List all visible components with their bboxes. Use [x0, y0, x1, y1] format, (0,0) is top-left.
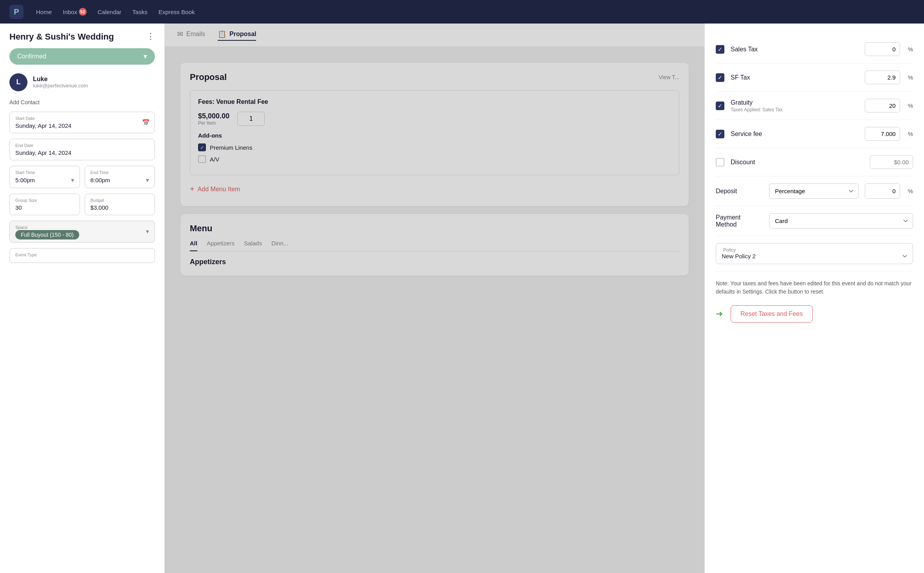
service-fee-pct: %: [908, 131, 913, 137]
sales-tax-input[interactable]: [865, 42, 900, 56]
deposit-row: Deposit Percentage Fixed Amount %: [716, 176, 913, 206]
fees-amount: $5,000.00: [198, 112, 229, 120]
sales-tax-label: Sales Tax: [731, 46, 859, 53]
inbox-badge: 52: [79, 8, 87, 16]
nav-express-book[interactable]: Express Book: [158, 9, 195, 15]
end-time-field[interactable]: End Time 8:00pm ▾: [85, 166, 155, 188]
right-panel: ✓ Sales Tax % ✓ SF Tax % ✓: [704, 24, 924, 573]
budget-field[interactable]: Budget $3,000: [85, 194, 155, 215]
gratuity-checkbox[interactable]: ✓: [716, 102, 724, 110]
deposit-pct: %: [908, 188, 913, 194]
menu-card: Menu All Appetizers Salads Dinn... Appet…: [180, 214, 689, 276]
nav-inbox[interactable]: Inbox 52: [63, 8, 87, 16]
calendar-icon: 📅: [142, 119, 150, 126]
space-select[interactable]: Space Full Buyout (150 - 80) ▾: [9, 221, 155, 243]
checkmark-icon: ✓: [718, 131, 722, 137]
policy-select[interactable]: New Policy 2 Standard Policy Custom Poli…: [722, 253, 907, 259]
proposal-icon: 📋: [218, 30, 226, 38]
more-options-button[interactable]: ⋮: [146, 31, 155, 42]
policy-row: Policy New Policy 2 Standard Policy Cust…: [716, 236, 913, 272]
app-logo: P: [9, 5, 24, 19]
proposal-card: Proposal View T... Fees: Venue Rental Fe…: [180, 63, 689, 206]
end-date-field[interactable]: End Date Sunday, Apr 14, 2024: [9, 139, 155, 160]
menu-tab-all[interactable]: All: [190, 240, 197, 251]
premium-linens-checkbox[interactable]: ✓: [198, 143, 206, 151]
chevron-down-icon: ▾: [71, 176, 74, 184]
contact-name: Luke: [33, 76, 155, 83]
chevron-down-icon: ▾: [146, 176, 149, 184]
tab-emails[interactable]: ✉ Emails: [177, 30, 205, 41]
nav-tasks[interactable]: Tasks: [133, 9, 147, 15]
sf-tax-input[interactable]: [865, 71, 900, 84]
reset-section: ➜ Reset Taxes and Fees: [716, 302, 913, 323]
checkmark-icon: ✓: [718, 46, 722, 53]
checkmark-icon: ✓: [718, 103, 722, 109]
arrow-right-icon: ➜: [716, 309, 723, 319]
start-date-field[interactable]: Start Date Sunday, Apr 14, 2024 📅: [9, 112, 155, 133]
fees-per-item: Per Item: [198, 120, 229, 126]
sf-tax-label: SF Tax: [731, 74, 859, 81]
payment-method-label: Payment Method: [716, 214, 763, 228]
discount-label: Discount: [731, 159, 864, 166]
service-fee-row: ✓ Service fee %: [716, 120, 913, 148]
deposit-type-select[interactable]: Percentage Fixed Amount: [769, 183, 859, 199]
fees-card: Fees: Venue Rental Fee $5,000.00 Per Ite…: [190, 90, 679, 175]
discount-input[interactable]: [870, 155, 913, 169]
payment-method-select[interactable]: Card Cash Check ACH: [769, 213, 913, 228]
service-fee-input[interactable]: [865, 127, 900, 141]
tab-proposal[interactable]: 📋 Proposal: [218, 30, 256, 41]
addon-premium-linens[interactable]: ✓ Premium Linens: [198, 143, 671, 151]
add-contact-link[interactable]: Add Contact: [0, 96, 164, 109]
fees-title: Fees: Venue Rental Fee: [198, 98, 671, 105]
policy-legend: Policy: [722, 247, 907, 253]
sf-tax-checkbox[interactable]: ✓: [716, 73, 724, 82]
discount-row: Discount: [716, 148, 913, 176]
group-size-field[interactable]: Group Size 30: [9, 194, 80, 215]
menu-title: Menu: [190, 223, 679, 234]
sf-tax-row: ✓ SF Tax %: [716, 63, 913, 92]
menu-tab-appetizers[interactable]: Appetizers: [207, 240, 235, 251]
nav-home[interactable]: Home: [36, 9, 52, 15]
addon-av[interactable]: A/V: [198, 155, 671, 163]
addon-label: A/V: [210, 156, 219, 163]
payment-method-row: Payment Method Card Cash Check ACH: [716, 206, 913, 236]
reset-taxes-fees-button[interactable]: Reset Taxes and Fees: [731, 305, 813, 323]
view-link[interactable]: View T...: [659, 74, 679, 80]
gratuity-pct: %: [908, 102, 913, 109]
gratuity-input[interactable]: [865, 99, 900, 112]
gratuity-row: ✓ Gratuity Taxes Applied: Sales Tax %: [716, 92, 913, 120]
avatar: L: [9, 73, 27, 91]
status-badge[interactable]: Confirmed ▾: [9, 48, 155, 65]
deposit-label: Deposit: [716, 188, 763, 195]
deposit-input[interactable]: [865, 183, 900, 199]
service-fee-label: Service fee: [731, 131, 859, 138]
plus-icon: +: [190, 185, 195, 194]
appetizers-heading: Appetizers: [190, 258, 679, 266]
menu-tabs: All Appetizers Salads Dinn...: [190, 240, 679, 252]
start-time-field[interactable]: Start Time 5:00pm ▾: [9, 166, 80, 188]
checkmark-icon: ✓: [718, 74, 722, 81]
sf-tax-pct: %: [908, 74, 913, 81]
contact-email: luke@perfectvenue.com: [33, 83, 155, 89]
sales-tax-checkbox[interactable]: ✓: [716, 45, 724, 54]
discount-checkbox[interactable]: [716, 158, 724, 167]
proposal-title: Proposal: [190, 72, 227, 82]
menu-tab-dinners[interactable]: Dinn...: [271, 240, 288, 251]
event-type-field[interactable]: Event Type: [9, 248, 155, 263]
av-checkbox[interactable]: [198, 155, 206, 163]
event-title: Henry & Sushi's Wedding: [9, 31, 114, 43]
status-chevron-icon: ▾: [144, 52, 147, 61]
email-icon: ✉: [177, 30, 183, 38]
sales-tax-pct: %: [908, 46, 913, 53]
service-fee-checkbox[interactable]: ✓: [716, 130, 724, 138]
sales-tax-row: ✓ Sales Tax %: [716, 35, 913, 63]
addons-title: Add-ons: [198, 132, 671, 139]
add-menu-item-button[interactable]: + Add Menu Item: [190, 181, 679, 197]
chevron-down-icon: ▾: [146, 228, 149, 235]
menu-tab-salads[interactable]: Salads: [244, 240, 262, 251]
qty-input[interactable]: [237, 112, 265, 126]
gratuity-label: Gratuity Taxes Applied: Sales Tax: [731, 99, 859, 112]
nav-calendar[interactable]: Calendar: [98, 9, 122, 15]
addon-label: Premium Linens: [210, 144, 252, 151]
note-text: Note: Your taxes and fees have been edit…: [716, 272, 913, 302]
